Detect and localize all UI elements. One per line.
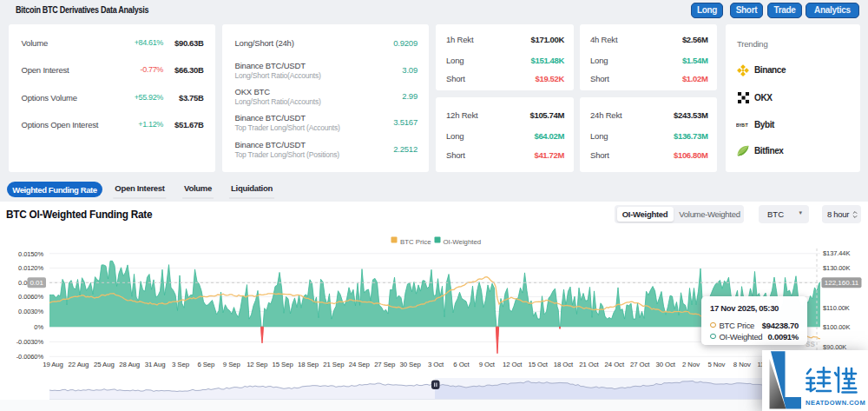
svg-text:12 Sep: 12 Sep	[247, 361, 268, 368]
svg-text:5 Nov: 5 Nov	[707, 361, 725, 368]
svg-text:-0.0030%: -0.0030%	[16, 338, 44, 346]
svg-text:BTC Price: BTC Price	[400, 238, 431, 246]
svg-text:$137.44K: $137.44K	[823, 249, 850, 257]
svg-text:6 Oct: 6 Oct	[453, 361, 470, 368]
svg-text:21 Oct: 21 Oct	[579, 361, 599, 368]
svg-text:9 Sep: 9 Sep	[223, 361, 241, 368]
svg-text:122,160.11: 122,160.11	[825, 279, 859, 287]
svg-text:25 Aug: 25 Aug	[94, 361, 115, 368]
svg-text:15 Sep: 15 Sep	[273, 361, 294, 368]
svg-text:-0.0060%: -0.0060%	[16, 353, 44, 361]
svg-text:24 Oct: 24 Oct	[605, 361, 625, 368]
svg-text:30 Oct: 30 Oct	[655, 361, 675, 368]
svg-text:18 Oct: 18 Oct	[554, 361, 574, 368]
svg-text:0.0150%: 0.0150%	[18, 250, 43, 258]
svg-text:0%: 0%	[34, 323, 43, 331]
svg-text:15 Oct: 15 Oct	[528, 361, 548, 368]
svg-text:NEATDOWN.COM: NEATDOWN.COM	[806, 399, 865, 407]
svg-text:12 Oct: 12 Oct	[503, 361, 523, 368]
svg-text:3 Sep: 3 Sep	[172, 361, 190, 368]
svg-text:0.0060%: 0.0060%	[18, 293, 43, 301]
svg-text:27 Sep: 27 Sep	[374, 361, 396, 368]
svg-text:19 Aug: 19 Aug	[43, 361, 63, 368]
svg-text:18 Sep: 18 Sep	[298, 361, 319, 368]
svg-text:30 Sep: 30 Sep	[400, 361, 422, 368]
svg-text:31 Aug: 31 Aug	[145, 361, 166, 368]
svg-text:27 Oct: 27 Oct	[630, 361, 650, 368]
svg-text:$100.00K: $100.00K	[823, 323, 850, 331]
svg-text:8 Nov: 8 Nov	[733, 361, 751, 368]
svg-text:3 Oct: 3 Oct	[428, 361, 444, 368]
svg-text:0.0030%: 0.0030%	[18, 308, 43, 315]
svg-text:9 Oct: 9 Oct	[479, 361, 496, 368]
svg-text:22 Aug: 22 Aug	[69, 361, 89, 368]
svg-text:6 Sep: 6 Sep	[197, 361, 215, 368]
svg-text:2 Nov: 2 Nov	[682, 361, 700, 368]
svg-text:21 Sep: 21 Sep	[323, 361, 345, 368]
svg-text:$110.00K: $110.00K	[823, 304, 850, 312]
svg-text:OI-Weighted: OI-Weighted	[444, 238, 482, 246]
svg-text:$130.00K: $130.00K	[823, 264, 850, 272]
svg-text:28 Aug: 28 Aug	[119, 361, 140, 368]
svg-text:0.01: 0.01	[30, 279, 43, 287]
svg-text:24 Sep: 24 Sep	[349, 361, 371, 368]
svg-text:0.0120%: 0.0120%	[18, 264, 43, 272]
